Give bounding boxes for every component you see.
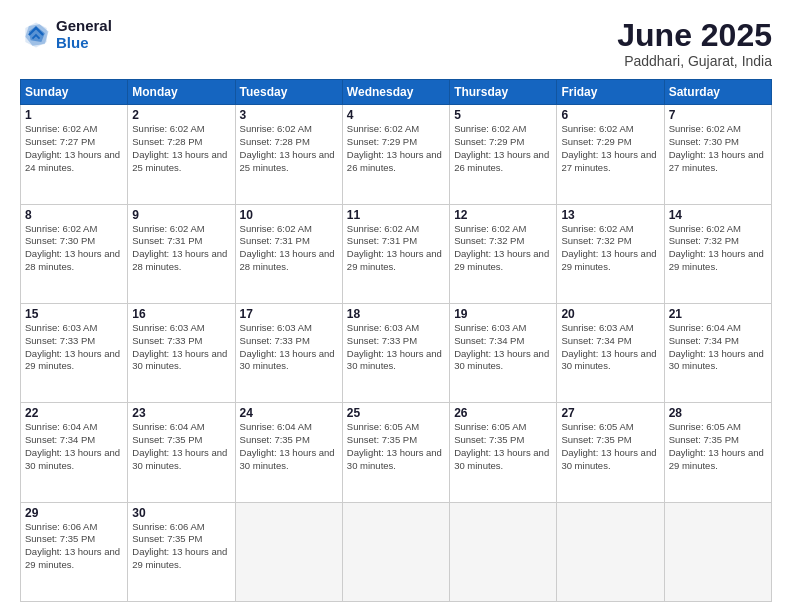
sunset-label: Sunset: 7:33 PM (25, 335, 95, 346)
calendar-week-row: 15 Sunrise: 6:03 AM Sunset: 7:33 PM Dayl… (21, 303, 772, 402)
daylight-label: Daylight: 13 hours and 29 minutes. (561, 248, 656, 272)
table-row: 27 Sunrise: 6:05 AM Sunset: 7:35 PM Dayl… (557, 403, 664, 502)
sunset-label: Sunset: 7:32 PM (561, 235, 631, 246)
header: General Blue June 2025 Paddhari, Gujarat… (20, 18, 772, 69)
table-row: 6 Sunrise: 6:02 AM Sunset: 7:29 PM Dayli… (557, 105, 664, 204)
day-info: Sunrise: 6:02 AM Sunset: 7:28 PM Dayligh… (240, 123, 338, 174)
day-number: 6 (561, 108, 659, 122)
sunset-label: Sunset: 7:35 PM (347, 434, 417, 445)
daylight-label: Daylight: 13 hours and 28 minutes. (240, 248, 335, 272)
month-title: June 2025 (617, 18, 772, 53)
sunset-label: Sunset: 7:35 PM (132, 533, 202, 544)
day-number: 24 (240, 406, 338, 420)
sunrise-label: Sunrise: 6:05 AM (669, 421, 741, 432)
sunset-label: Sunset: 7:34 PM (25, 434, 95, 445)
table-row: 23 Sunrise: 6:04 AM Sunset: 7:35 PM Dayl… (128, 403, 235, 502)
day-number: 21 (669, 307, 767, 321)
sunrise-label: Sunrise: 6:03 AM (240, 322, 312, 333)
page: General Blue June 2025 Paddhari, Gujarat… (0, 0, 792, 612)
daylight-label: Daylight: 13 hours and 26 minutes. (454, 149, 549, 173)
day-number: 1 (25, 108, 123, 122)
day-number: 19 (454, 307, 552, 321)
col-sunday: Sunday (21, 80, 128, 105)
day-number: 27 (561, 406, 659, 420)
day-info: Sunrise: 6:05 AM Sunset: 7:35 PM Dayligh… (669, 421, 767, 472)
table-row: 2 Sunrise: 6:02 AM Sunset: 7:28 PM Dayli… (128, 105, 235, 204)
col-monday: Monday (128, 80, 235, 105)
table-row (342, 502, 449, 601)
col-friday: Friday (557, 80, 664, 105)
table-row: 4 Sunrise: 6:02 AM Sunset: 7:29 PM Dayli… (342, 105, 449, 204)
sunrise-label: Sunrise: 6:03 AM (132, 322, 204, 333)
sunset-label: Sunset: 7:29 PM (561, 136, 631, 147)
sunset-label: Sunset: 7:34 PM (669, 335, 739, 346)
daylight-label: Daylight: 13 hours and 30 minutes. (132, 348, 227, 372)
table-row: 10 Sunrise: 6:02 AM Sunset: 7:31 PM Dayl… (235, 204, 342, 303)
calendar-week-row: 22 Sunrise: 6:04 AM Sunset: 7:34 PM Dayl… (21, 403, 772, 502)
sunrise-label: Sunrise: 6:02 AM (454, 223, 526, 234)
sunrise-label: Sunrise: 6:06 AM (25, 521, 97, 532)
day-info: Sunrise: 6:02 AM Sunset: 7:27 PM Dayligh… (25, 123, 123, 174)
sunrise-label: Sunrise: 6:02 AM (132, 123, 204, 134)
day-number: 22 (25, 406, 123, 420)
day-info: Sunrise: 6:03 AM Sunset: 7:34 PM Dayligh… (454, 322, 552, 373)
day-info: Sunrise: 6:06 AM Sunset: 7:35 PM Dayligh… (132, 521, 230, 572)
table-row: 3 Sunrise: 6:02 AM Sunset: 7:28 PM Dayli… (235, 105, 342, 204)
day-info: Sunrise: 6:03 AM Sunset: 7:33 PM Dayligh… (347, 322, 445, 373)
day-info: Sunrise: 6:05 AM Sunset: 7:35 PM Dayligh… (347, 421, 445, 472)
sunset-label: Sunset: 7:35 PM (132, 434, 202, 445)
daylight-label: Daylight: 13 hours and 25 minutes. (240, 149, 335, 173)
sunset-label: Sunset: 7:35 PM (454, 434, 524, 445)
table-row: 18 Sunrise: 6:03 AM Sunset: 7:33 PM Dayl… (342, 303, 449, 402)
daylight-label: Daylight: 13 hours and 29 minutes. (454, 248, 549, 272)
table-row: 8 Sunrise: 6:02 AM Sunset: 7:30 PM Dayli… (21, 204, 128, 303)
day-info: Sunrise: 6:06 AM Sunset: 7:35 PM Dayligh… (25, 521, 123, 572)
daylight-label: Daylight: 13 hours and 24 minutes. (25, 149, 120, 173)
table-row: 21 Sunrise: 6:04 AM Sunset: 7:34 PM Dayl… (664, 303, 771, 402)
table-row: 9 Sunrise: 6:02 AM Sunset: 7:31 PM Dayli… (128, 204, 235, 303)
sunset-label: Sunset: 7:34 PM (454, 335, 524, 346)
daylight-label: Daylight: 13 hours and 30 minutes. (132, 447, 227, 471)
day-number: 10 (240, 208, 338, 222)
table-row: 12 Sunrise: 6:02 AM Sunset: 7:32 PM Dayl… (450, 204, 557, 303)
daylight-label: Daylight: 13 hours and 29 minutes. (25, 546, 120, 570)
day-info: Sunrise: 6:02 AM Sunset: 7:29 PM Dayligh… (347, 123, 445, 174)
table-row: 11 Sunrise: 6:02 AM Sunset: 7:31 PM Dayl… (342, 204, 449, 303)
day-info: Sunrise: 6:02 AM Sunset: 7:29 PM Dayligh… (454, 123, 552, 174)
day-info: Sunrise: 6:03 AM Sunset: 7:33 PM Dayligh… (25, 322, 123, 373)
table-row: 20 Sunrise: 6:03 AM Sunset: 7:34 PM Dayl… (557, 303, 664, 402)
table-row (450, 502, 557, 601)
table-row: 29 Sunrise: 6:06 AM Sunset: 7:35 PM Dayl… (21, 502, 128, 601)
day-info: Sunrise: 6:05 AM Sunset: 7:35 PM Dayligh… (454, 421, 552, 472)
sunrise-label: Sunrise: 6:04 AM (25, 421, 97, 432)
table-row: 1 Sunrise: 6:02 AM Sunset: 7:27 PM Dayli… (21, 105, 128, 204)
day-info: Sunrise: 6:02 AM Sunset: 7:31 PM Dayligh… (132, 223, 230, 274)
sunrise-label: Sunrise: 6:02 AM (240, 123, 312, 134)
day-number: 13 (561, 208, 659, 222)
sunset-label: Sunset: 7:31 PM (132, 235, 202, 246)
sunset-label: Sunset: 7:35 PM (25, 533, 95, 544)
calendar-week-row: 8 Sunrise: 6:02 AM Sunset: 7:30 PM Dayli… (21, 204, 772, 303)
day-info: Sunrise: 6:05 AM Sunset: 7:35 PM Dayligh… (561, 421, 659, 472)
day-info: Sunrise: 6:03 AM Sunset: 7:33 PM Dayligh… (132, 322, 230, 373)
sunrise-label: Sunrise: 6:02 AM (347, 223, 419, 234)
sunrise-label: Sunrise: 6:02 AM (669, 123, 741, 134)
table-row: 25 Sunrise: 6:05 AM Sunset: 7:35 PM Dayl… (342, 403, 449, 502)
day-info: Sunrise: 6:03 AM Sunset: 7:34 PM Dayligh… (561, 322, 659, 373)
daylight-label: Daylight: 13 hours and 30 minutes. (561, 447, 656, 471)
sunset-label: Sunset: 7:30 PM (25, 235, 95, 246)
daylight-label: Daylight: 13 hours and 29 minutes. (347, 248, 442, 272)
sunrise-label: Sunrise: 6:04 AM (132, 421, 204, 432)
sunrise-label: Sunrise: 6:04 AM (240, 421, 312, 432)
table-row: 28 Sunrise: 6:05 AM Sunset: 7:35 PM Dayl… (664, 403, 771, 502)
daylight-label: Daylight: 13 hours and 26 minutes. (347, 149, 442, 173)
daylight-label: Daylight: 13 hours and 29 minutes. (669, 248, 764, 272)
day-info: Sunrise: 6:02 AM Sunset: 7:32 PM Dayligh… (561, 223, 659, 274)
table-row: 14 Sunrise: 6:02 AM Sunset: 7:32 PM Dayl… (664, 204, 771, 303)
daylight-label: Daylight: 13 hours and 30 minutes. (669, 348, 764, 372)
table-row: 13 Sunrise: 6:02 AM Sunset: 7:32 PM Dayl… (557, 204, 664, 303)
sunset-label: Sunset: 7:28 PM (132, 136, 202, 147)
col-wednesday: Wednesday (342, 80, 449, 105)
sunset-label: Sunset: 7:31 PM (347, 235, 417, 246)
sunrise-label: Sunrise: 6:06 AM (132, 521, 204, 532)
